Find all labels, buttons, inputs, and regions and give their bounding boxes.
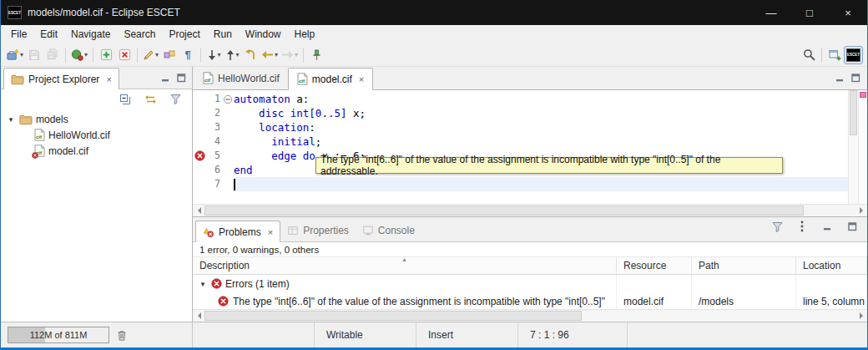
writable-status: Writable	[314, 322, 416, 347]
editor-and-problems: cifHelloWorld.cifcifmodel.cif× 1automato…	[193, 67, 867, 322]
minimize-window-button[interactable]: —	[752, 0, 790, 25]
filter-button[interactable]	[768, 217, 786, 236]
column-header-path[interactable]: Path	[692, 257, 796, 274]
filter-button[interactable]	[166, 90, 184, 109]
show-whitespace-button[interactable]: ¶	[179, 46, 197, 64]
text-caret	[234, 179, 235, 190]
forward-button[interactable]: ▾	[280, 46, 300, 64]
view-menu-button[interactable]	[793, 217, 811, 236]
back-button[interactable]: ▾	[260, 46, 280, 64]
tab-console[interactable]: Console	[356, 220, 421, 241]
next-annotation-button[interactable]: ▾	[204, 46, 223, 64]
menu-search[interactable]: Search	[117, 27, 162, 42]
scrollbar-track[interactable]	[204, 310, 855, 322]
tree-item-models[interactable]: ▾models	[1, 111, 192, 127]
group-row-label: Errors (1 item)	[225, 278, 290, 290]
open-perspective-button[interactable]	[825, 46, 844, 64]
apply-tool-button[interactable]: ▾	[69, 46, 89, 64]
minimize-button[interactable]	[818, 217, 836, 236]
tab-label: Properties	[303, 225, 349, 236]
code-editor[interactable]: 1automaton a:2 disc int[0..5] x;3 locati…	[193, 90, 867, 204]
run-garbage-collector-button[interactable]	[116, 329, 128, 342]
problems-group-row[interactable]: ▾Errors (1 item)	[193, 275, 867, 292]
error-icon	[218, 296, 229, 307]
maximize-window-button[interactable]: □	[790, 0, 829, 25]
scroll-right-button[interactable]	[855, 205, 867, 216]
close-view-icon[interactable]: ×	[106, 74, 111, 84]
group-row-description: ▾Errors (1 item)	[193, 275, 617, 292]
last-edit-location-button[interactable]	[241, 46, 260, 64]
save-button[interactable]	[25, 46, 43, 64]
menu-run[interactable]: Run	[207, 27, 239, 42]
editor-view-controls	[835, 74, 867, 89]
eclipse-escet-window: ESCET models/model.cif - Eclipse ESCET —…	[0, 0, 868, 350]
scrollbar-thumb[interactable]	[204, 205, 804, 216]
tree-item-model.cif[interactable]: cifmodel.cif	[1, 143, 192, 159]
scrollbar-thumb[interactable]	[204, 311, 582, 321]
close-tab-icon[interactable]: ×	[359, 74, 364, 84]
new-file-button[interactable]	[97, 46, 115, 64]
scroll-right-button[interactable]	[855, 310, 867, 322]
dropdown-arrow-icon: ▾	[155, 51, 159, 58]
twistie-expanded-icon[interactable]: ▾	[198, 280, 208, 288]
new-wizard-button[interactable]: ▾	[5, 46, 25, 64]
open-element-button[interactable]	[160, 46, 179, 64]
minimize-view-icon[interactable]	[161, 74, 170, 83]
tab-project-explorer[interactable]: Project Explorer ×	[3, 68, 119, 89]
problems-horizontal-scrollbar[interactable]	[193, 309, 867, 322]
overview-ruler[interactable]	[858, 90, 867, 204]
code-line-4[interactable]: 4 initial;	[193, 134, 848, 149]
menu-help[interactable]: Help	[288, 27, 322, 42]
code-line-7[interactable]: 7	[193, 177, 848, 191]
tab-properties[interactable]: Properties	[280, 220, 356, 241]
scrollbar-track[interactable]	[204, 205, 855, 216]
menu-file[interactable]: File	[4, 27, 33, 42]
menu-navigate[interactable]: Navigate	[64, 27, 117, 42]
scroll-left-button[interactable]	[193, 310, 204, 322]
maximize-view-icon[interactable]	[177, 74, 186, 83]
collapse-all-button[interactable]	[116, 90, 134, 109]
code-line-1[interactable]: 1automaton a:	[193, 92, 848, 106]
tree-item-helloworld.cif[interactable]: cifHelloWorld.cif	[1, 127, 192, 143]
close-view-icon[interactable]: ×	[268, 227, 273, 237]
dropdown-arrow-icon: ▾	[218, 51, 221, 58]
problems-view: Problems×PropertiesConsole 1 error, 0 wa…	[193, 216, 867, 322]
code-area[interactable]: 1automaton a:2 disc int[0..5] x;3 locati…	[193, 90, 848, 204]
scrollbar-thumb[interactable]	[850, 90, 857, 135]
maximize-view-icon[interactable]	[851, 74, 860, 83]
editor-vertical-scrollbar[interactable]	[848, 90, 858, 204]
scroll-left-button[interactable]	[193, 205, 204, 216]
edit-wand-button[interactable]: ▾	[141, 46, 160, 64]
editor-tab-model.cif[interactable]: cifmodel.cif×	[288, 68, 373, 90]
search-button[interactable]	[800, 46, 818, 64]
editor-horizontal-scrollbar[interactable]	[193, 204, 867, 216]
pin-editor-button[interactable]	[307, 46, 326, 64]
cell-location	[796, 275, 867, 292]
toolbar-separator	[303, 48, 304, 63]
column-header-location[interactable]: Location	[796, 257, 867, 274]
remove-button[interactable]	[115, 46, 134, 64]
menu-window[interactable]: Window	[239, 27, 288, 42]
twistie-expanded-icon[interactable]: ▾	[6, 115, 16, 124]
dropdown-arrow-icon: ▾	[295, 51, 298, 58]
minimize-view-icon[interactable]	[835, 74, 845, 83]
cell-description: The type "int[6..6]" of the value of the…	[193, 292, 617, 309]
menu-edit[interactable]: Edit	[33, 27, 64, 42]
overview-annotation-marker[interactable]	[860, 92, 866, 98]
tab-problems[interactable]: Problems×	[195, 221, 280, 242]
toolbar-separator	[200, 48, 201, 63]
line-number: 3	[207, 120, 222, 134]
editor-tab-helloworld.cif[interactable]: cifHelloWorld.cif	[194, 67, 288, 89]
save-all-button[interactable]	[43, 46, 62, 64]
problems-error-row[interactable]: The type "int[6..6]" of the value of the…	[193, 292, 867, 309]
maximize-button[interactable]	[843, 217, 861, 236]
fold-collapse-icon[interactable]	[222, 94, 234, 104]
code-line-3[interactable]: 3 location:	[193, 120, 848, 134]
previous-annotation-button[interactable]: ▾	[223, 46, 241, 64]
column-header-resource[interactable]: Resource	[617, 257, 692, 274]
escet-perspective-button[interactable]: ESCET	[844, 46, 863, 64]
code-line-2[interactable]: 2 disc int[0..5] x;	[193, 106, 848, 120]
menu-project[interactable]: Project	[162, 27, 206, 42]
link-with-editor-button[interactable]	[141, 90, 159, 109]
close-window-button[interactable]: ×	[829, 0, 867, 25]
